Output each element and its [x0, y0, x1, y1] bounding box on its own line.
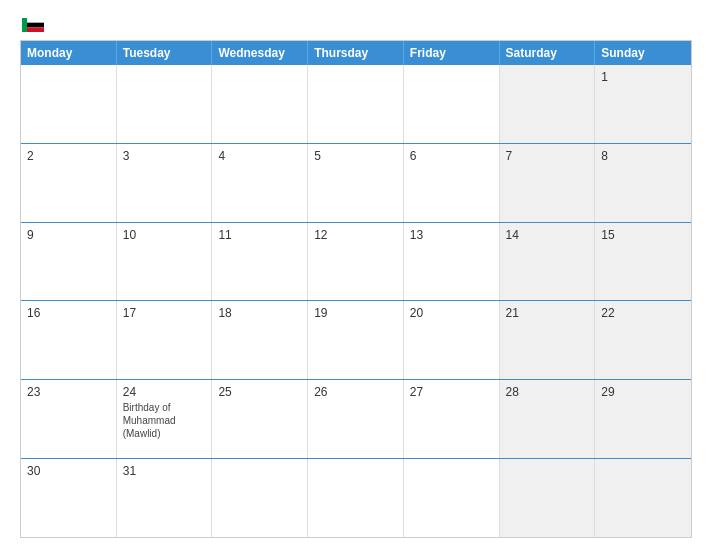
week-row-1: 1 [21, 65, 691, 143]
calendar-page: MondayTuesdayWednesdayThursdayFridaySatu… [0, 0, 712, 550]
day-number: 30 [27, 464, 110, 478]
day-cell [404, 459, 500, 537]
day-cell: 11 [212, 223, 308, 301]
day-cell: 19 [308, 301, 404, 379]
day-cell: 24Birthday of Muhammad (Mawlid) [117, 380, 213, 458]
day-cell: 15 [595, 223, 691, 301]
day-number: 5 [314, 149, 397, 163]
calendar: MondayTuesdayWednesdayThursdayFridaySatu… [20, 40, 692, 538]
day-cell: 14 [500, 223, 596, 301]
day-number: 27 [410, 385, 493, 399]
day-number: 4 [218, 149, 301, 163]
day-cell [212, 459, 308, 537]
day-cell: 23 [21, 380, 117, 458]
day-header-saturday: Saturday [500, 41, 596, 65]
day-number: 19 [314, 306, 397, 320]
day-cell: 21 [500, 301, 596, 379]
day-number: 25 [218, 385, 301, 399]
days-header: MondayTuesdayWednesdayThursdayFridaySatu… [21, 41, 691, 65]
day-cell: 3 [117, 144, 213, 222]
day-cell: 1 [595, 65, 691, 143]
week-row-2: 2345678 [21, 143, 691, 222]
day-cell: 13 [404, 223, 500, 301]
week-row-5: 2324Birthday of Muhammad (Mawlid)2526272… [21, 379, 691, 458]
day-number: 18 [218, 306, 301, 320]
day-cell: 28 [500, 380, 596, 458]
day-number: 1 [601, 70, 685, 84]
svg-marker-5 [22, 18, 27, 32]
day-cell [595, 459, 691, 537]
day-cell: 20 [404, 301, 500, 379]
day-cell: 6 [404, 144, 500, 222]
day-cell: 5 [308, 144, 404, 222]
day-number: 28 [506, 385, 589, 399]
day-cell: 17 [117, 301, 213, 379]
day-number: 3 [123, 149, 206, 163]
day-cell: 29 [595, 380, 691, 458]
calendar-body: 123456789101112131415161718192021222324B… [21, 65, 691, 537]
week-row-3: 9101112131415 [21, 222, 691, 301]
day-cell: 10 [117, 223, 213, 301]
week-row-6: 3031 [21, 458, 691, 537]
day-number: 22 [601, 306, 685, 320]
svg-rect-2 [27, 18, 44, 23]
day-header-wednesday: Wednesday [212, 41, 308, 65]
day-header-monday: Monday [21, 41, 117, 65]
day-number: 13 [410, 228, 493, 242]
day-cell: 25 [212, 380, 308, 458]
day-cell: 12 [308, 223, 404, 301]
day-cell [117, 65, 213, 143]
day-number: 20 [410, 306, 493, 320]
day-cell: 30 [21, 459, 117, 537]
day-number: 29 [601, 385, 685, 399]
calendar-header [20, 18, 692, 32]
day-cell: 31 [117, 459, 213, 537]
day-number: 2 [27, 149, 110, 163]
day-cell: 4 [212, 144, 308, 222]
day-number: 31 [123, 464, 206, 478]
day-header-tuesday: Tuesday [117, 41, 213, 65]
day-cell: 2 [21, 144, 117, 222]
day-cell: 27 [404, 380, 500, 458]
day-number: 21 [506, 306, 589, 320]
day-cell [404, 65, 500, 143]
day-header-thursday: Thursday [308, 41, 404, 65]
week-row-4: 16171819202122 [21, 300, 691, 379]
day-number: 11 [218, 228, 301, 242]
day-cell [212, 65, 308, 143]
day-number: 9 [27, 228, 110, 242]
event-label: Birthday of Muhammad (Mawlid) [123, 401, 206, 440]
day-number: 15 [601, 228, 685, 242]
day-cell [21, 65, 117, 143]
day-header-friday: Friday [404, 41, 500, 65]
day-cell [308, 459, 404, 537]
day-number: 26 [314, 385, 397, 399]
day-number: 8 [601, 149, 685, 163]
day-cell [500, 65, 596, 143]
day-number: 23 [27, 385, 110, 399]
day-cell: 9 [21, 223, 117, 301]
day-cell: 8 [595, 144, 691, 222]
day-number: 6 [410, 149, 493, 163]
day-number: 24 [123, 385, 206, 399]
day-cell: 18 [212, 301, 308, 379]
day-cell: 7 [500, 144, 596, 222]
day-number: 14 [506, 228, 589, 242]
day-number: 16 [27, 306, 110, 320]
svg-rect-4 [27, 27, 44, 32]
day-number: 17 [123, 306, 206, 320]
svg-rect-3 [27, 23, 44, 28]
day-number: 7 [506, 149, 589, 163]
day-number: 12 [314, 228, 397, 242]
day-header-sunday: Sunday [595, 41, 691, 65]
day-cell [500, 459, 596, 537]
logo-flag-icon [22, 18, 44, 32]
day-cell: 22 [595, 301, 691, 379]
logo [20, 18, 44, 32]
day-cell [308, 65, 404, 143]
day-cell: 16 [21, 301, 117, 379]
day-cell: 26 [308, 380, 404, 458]
day-number: 10 [123, 228, 206, 242]
